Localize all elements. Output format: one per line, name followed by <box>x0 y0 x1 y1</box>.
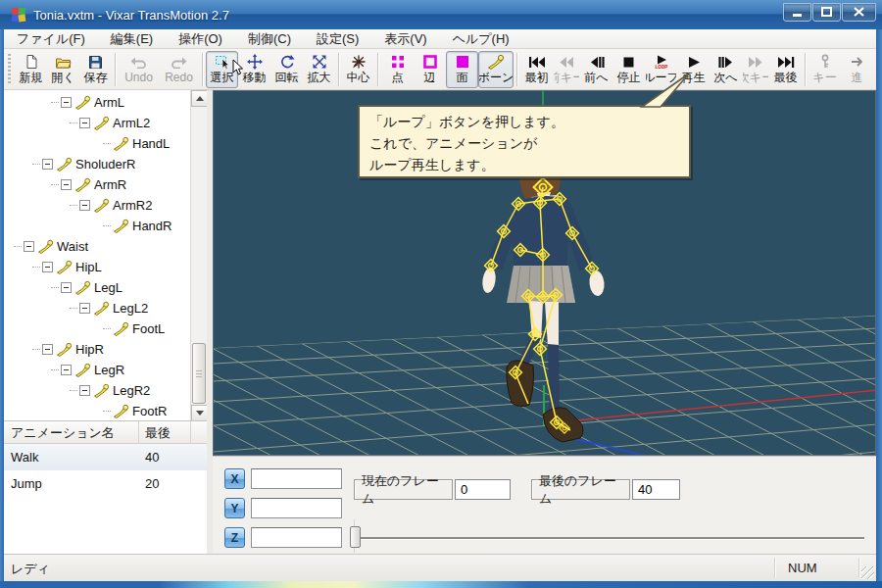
column-animation-name[interactable]: アニメーション名 <box>4 421 139 444</box>
first-frame-button[interactable]: 最初 <box>520 51 553 88</box>
tree-item-legr[interactable]: LegR <box>4 360 207 380</box>
bone-icon <box>56 260 73 274</box>
current-frame-label: 現在のフレーム <box>354 479 453 500</box>
display-edges-button[interactable]: 辺 <box>414 51 446 88</box>
menu-view[interactable]: 表示(V) <box>371 29 439 49</box>
save-button[interactable]: 保存 <box>79 51 112 88</box>
display-faces-button[interactable]: 面 <box>446 51 478 88</box>
tree-item-armr2[interactable]: ArmR2 <box>4 195 207 216</box>
axis-z-input[interactable] <box>251 527 342 548</box>
scroll-down-button[interactable] <box>191 405 207 421</box>
undo-button: Undo <box>119 51 159 88</box>
axis-y-button[interactable]: Y <box>224 498 245 518</box>
animation-row-walk[interactable]: Walk 40 <box>4 444 207 470</box>
tree-collapse-icon[interactable] <box>61 365 72 375</box>
tree-item-handl[interactable]: HandL <box>4 133 207 154</box>
last-frame-button[interactable]: 最後 <box>769 51 802 88</box>
menu-operation[interactable]: 操作(O) <box>166 29 235 49</box>
svg-text:LOOP: LOOP <box>655 65 667 70</box>
current-frame-input[interactable] <box>455 479 511 500</box>
points-icon <box>390 54 406 71</box>
window-title: Tonia.vxtm - Vixar TransMotion 2.7 <box>33 8 783 23</box>
animation-table: アニメーション名 最後 Walk 40 Jump 20 <box>4 421 207 554</box>
tree-collapse-icon[interactable] <box>42 344 53 355</box>
tree-item-hipl[interactable]: HipL <box>4 257 207 277</box>
open-button[interactable]: 開く <box>47 51 79 88</box>
prev-key-button: 前キー <box>553 51 580 88</box>
tree-item-legl[interactable]: LegL <box>4 277 207 298</box>
close-icon <box>854 7 864 17</box>
tree-collapse-icon[interactable] <box>61 97 72 108</box>
minimize-button[interactable] <box>783 3 811 22</box>
tree-collapse-icon[interactable] <box>79 385 90 396</box>
bone-icon <box>93 198 110 213</box>
rotate-tool-button[interactable]: 回転 <box>270 51 303 88</box>
scale-tool-button[interactable]: 拡大 <box>303 51 335 88</box>
bone-icon <box>93 116 110 130</box>
tree-collapse-icon[interactable] <box>79 303 90 314</box>
axis-y-input[interactable] <box>251 498 342 518</box>
timeline-slider-thumb[interactable] <box>350 526 361 548</box>
scroll-up-button[interactable] <box>191 90 207 107</box>
axis-z-button[interactable]: Z <box>224 527 245 548</box>
face-icon <box>455 54 470 71</box>
num-lock-indicator: NUM <box>788 561 817 575</box>
close-button[interactable] <box>842 3 876 22</box>
tree-collapse-icon[interactable] <box>61 179 72 190</box>
animation-table-header: アニメーション名 最後 <box>4 421 207 444</box>
toolbar-separator <box>377 53 378 86</box>
bone-icon <box>113 136 129 151</box>
tree-item-sholuderr[interactable]: SholuderR <box>4 154 207 174</box>
tree-collapse-icon[interactable] <box>61 282 72 293</box>
tree-item-footl[interactable]: FootL <box>4 318 207 339</box>
tree-collapse-icon[interactable] <box>24 241 34 252</box>
edge-icon <box>422 54 438 71</box>
menu-control[interactable]: 制御(C) <box>235 29 304 49</box>
bone-icon <box>37 239 54 254</box>
move-icon <box>247 54 263 71</box>
display-points-button[interactable]: 点 <box>381 51 414 88</box>
tree-collapse-icon[interactable] <box>42 159 53 170</box>
toolbar-grip[interactable] <box>8 54 11 85</box>
resize-grip[interactable] <box>861 566 874 579</box>
menu-settings[interactable]: 設定(S) <box>304 29 371 49</box>
tree-item-armr[interactable]: ArmR <box>4 174 207 195</box>
bone-icon <box>74 363 91 377</box>
animation-row-jump[interactable]: Jump 20 <box>4 470 207 497</box>
display-bones-button[interactable]: ボーン <box>478 51 514 88</box>
app-logo-icon <box>10 6 27 24</box>
last-frame-input[interactable] <box>632 479 680 500</box>
menu-file[interactable]: ファイル(F) <box>4 29 98 49</box>
rewind-icon <box>559 54 574 71</box>
redo-button: Redo <box>159 51 199 88</box>
axis-x-input[interactable] <box>251 468 342 489</box>
timeline-slider-track[interactable] <box>350 537 864 539</box>
prev-frame-button[interactable]: 前へ <box>580 51 612 88</box>
tree-collapse-icon[interactable] <box>79 200 90 211</box>
next-frame-button[interactable]: 次へ <box>710 51 742 88</box>
tree-item-footr[interactable]: FootR <box>4 401 207 421</box>
tree-collapse-icon[interactable] <box>42 262 53 272</box>
tree-scrollbar[interactable] <box>190 90 207 421</box>
menu-help[interactable]: ヘルプ(H) <box>440 29 522 49</box>
scrollbar-thumb[interactable] <box>192 343 206 404</box>
menu-edit[interactable]: 編集(E) <box>98 29 166 49</box>
tree-item-legr2[interactable]: LegR2 <box>4 380 207 401</box>
new-button[interactable]: 新規 <box>15 51 47 88</box>
column-last-frame[interactable]: 最後 <box>139 421 191 444</box>
save-floppy-icon <box>88 54 103 71</box>
axis-x-button[interactable]: X <box>224 468 245 489</box>
tree-item-arml[interactable]: ArmL <box>4 92 207 113</box>
tree-item-arml2[interactable]: ArmL2 <box>4 113 207 133</box>
tree-item-handr[interactable]: HandR <box>4 216 207 236</box>
toolbar-separator <box>805 53 806 86</box>
maximize-button[interactable] <box>812 3 841 22</box>
tree-item-hipr[interactable]: HipR <box>4 339 207 360</box>
center-button[interactable]: 中心 <box>342 51 374 88</box>
advance-icon <box>850 54 865 71</box>
tree-item-legl2[interactable]: LegL2 <box>4 298 207 318</box>
tree-item-waist[interactable]: Waist <box>4 236 207 257</box>
tree-collapse-icon[interactable] <box>79 118 90 128</box>
bone-icon <box>93 383 110 398</box>
title-bar[interactable]: Tonia.vxtm - Vixar TransMotion 2.7 <box>0 0 882 29</box>
